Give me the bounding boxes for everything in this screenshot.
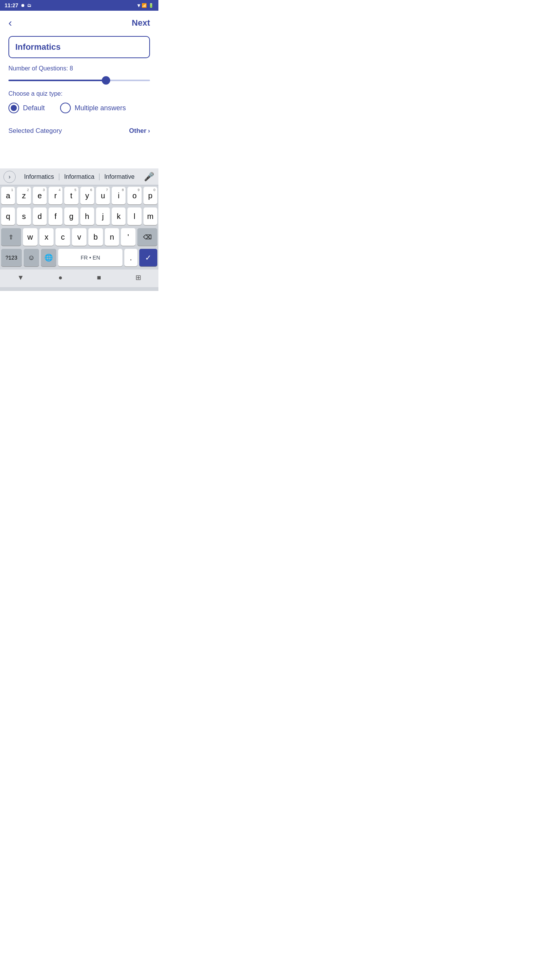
key-w[interactable]: w [23, 228, 37, 246]
slider-container [8, 76, 150, 83]
radio-multiple[interactable]: Multiple answers [60, 103, 126, 113]
battery-icon: 🔋 [148, 3, 154, 8]
nav-menu-btn[interactable]: ⊞ [135, 273, 141, 282]
chevron-btn[interactable]: › [3, 171, 16, 183]
nav-back-btn[interactable]: ▼ [17, 274, 24, 282]
delete-key[interactable]: ⌫ [137, 228, 157, 246]
radio-default-label: Default [23, 104, 45, 112]
key-t[interactable]: 5t [64, 187, 78, 204]
key-row-3: ⇧ w x c v b n ' ⌫ [1, 228, 157, 246]
signal-icon: 📶 [142, 3, 147, 8]
keyboard-area: › Informatics Informatica Informative 🎤 … [0, 168, 158, 291]
key-f[interactable]: f [49, 207, 62, 225]
quiz-title-input[interactable] [8, 36, 150, 58]
radio-default-circle [8, 103, 19, 113]
shift-key[interactable]: ⇧ [1, 228, 21, 246]
key-y[interactable]: 6y [80, 187, 94, 204]
autocomplete-word-2[interactable]: Informative [99, 173, 139, 180]
key-u[interactable]: 7u [96, 187, 110, 204]
radio-multiple-label: Multiple answers [75, 104, 126, 112]
nav-recent-btn[interactable]: ■ [97, 274, 101, 282]
key-g[interactable]: g [64, 207, 78, 225]
key-s[interactable]: s [17, 207, 31, 225]
status-left: 11:27 ⏺ 🗂 [5, 2, 31, 8]
key-n[interactable]: n [105, 228, 119, 246]
autocomplete-word-1[interactable]: Informatica [59, 173, 99, 180]
enter-key[interactable]: ✓ [139, 249, 157, 266]
key-x[interactable]: x [39, 228, 54, 246]
status-icon-1: ⏺ [21, 3, 25, 8]
key-j[interactable]: j [96, 207, 110, 225]
key-c[interactable]: c [55, 228, 70, 246]
key-e[interactable]: 3e [33, 187, 47, 204]
next-button[interactable]: Next [132, 18, 150, 28]
questions-slider[interactable] [8, 80, 150, 81]
chevron-right-icon: › [148, 127, 150, 134]
nav-home-btn[interactable]: ● [59, 274, 63, 282]
key-row-1: 1a 2z 3e 4r 5t 6y 7u 8i 9o 0p [1, 187, 157, 204]
radio-multiple-circle [60, 103, 71, 113]
key-i[interactable]: 8i [112, 187, 126, 204]
status-bar: 11:27 ⏺ 🗂 ▾ 📶 🔋 [0, 0, 158, 11]
wifi-icon: ▾ [137, 2, 140, 8]
key-l[interactable]: l [127, 207, 141, 225]
key-k[interactable]: k [112, 207, 126, 225]
status-icon-2: 🗂 [27, 3, 31, 8]
emoji-key[interactable]: ☺ [24, 249, 39, 266]
key-d[interactable]: d [33, 207, 47, 225]
status-time: 11:27 [5, 2, 18, 8]
key-row-4: ?123 ☺ 🌐 FR • EN . ✓ [1, 249, 157, 266]
space-key[interactable]: FR • EN [58, 249, 122, 266]
bottom-nav: ▼ ● ■ ⊞ [0, 270, 158, 287]
category-value[interactable]: Other › [129, 127, 150, 135]
top-nav: ‹ Next [0, 11, 158, 32]
key-p[interactable]: 0p [143, 187, 157, 204]
key-z[interactable]: 2z [17, 187, 31, 204]
quiz-type-options: Default Multiple answers [8, 103, 150, 113]
content-area: Number of Questions: 8 Choose a quiz typ… [0, 32, 158, 145]
category-title: Selected Category [8, 127, 62, 135]
globe-key[interactable]: 🌐 [41, 249, 56, 266]
quiz-type-label: Choose a quiz type: [8, 90, 150, 97]
autocomplete-bar: › Informatics Informatica Informative 🎤 [0, 168, 158, 185]
key-r[interactable]: 4r [49, 187, 62, 204]
key-o[interactable]: 9o [127, 187, 141, 204]
key-h[interactable]: h [80, 207, 94, 225]
category-row[interactable]: Selected Category Other › [8, 124, 150, 138]
category-value-text: Other [129, 127, 146, 135]
autocomplete-words: Informatics Informatica Informative [19, 173, 139, 180]
keyboard: 1a 2z 3e 4r 5t 6y 7u 8i 9o 0p q s d f g … [0, 185, 158, 266]
key-row-2: q s d f g h j k l m [1, 207, 157, 225]
radio-default[interactable]: Default [8, 103, 45, 113]
autocomplete-expand[interactable]: › [0, 171, 19, 183]
key-a[interactable]: 1a [1, 187, 15, 204]
num-sym-key[interactable]: ?123 [1, 249, 22, 266]
back-button[interactable]: ‹ [8, 18, 12, 28]
key-v[interactable]: v [72, 228, 86, 246]
autocomplete-word-0[interactable]: Informatics [19, 173, 59, 180]
period-key[interactable]: . [124, 249, 137, 266]
status-right: ▾ 📶 🔋 [137, 2, 154, 8]
key-q[interactable]: q [1, 207, 15, 225]
num-questions-label: Number of Questions: 8 [8, 65, 150, 72]
key-apostrophe[interactable]: ' [121, 228, 135, 246]
mic-button[interactable]: 🎤 [139, 172, 158, 182]
key-b[interactable]: b [88, 228, 103, 246]
key-m[interactable]: m [143, 207, 157, 225]
